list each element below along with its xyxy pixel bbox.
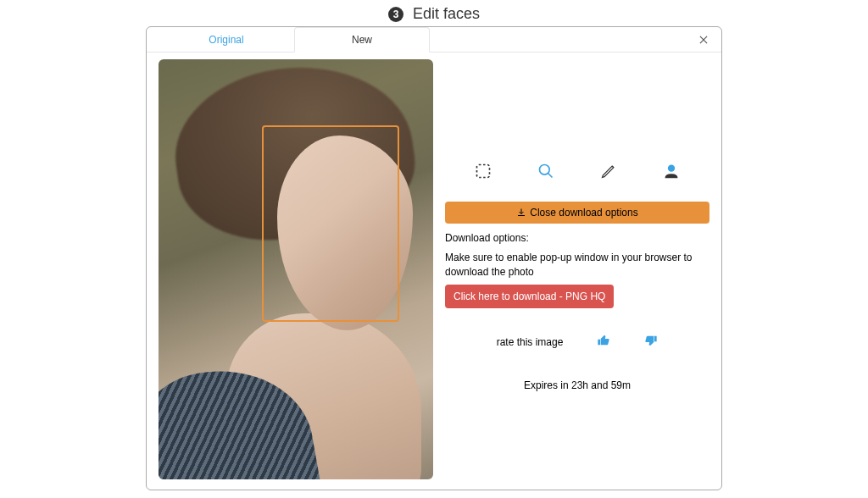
popup-hint: Make sure to enable pop-up window in you… [445, 251, 709, 279]
download-png-button[interactable]: Click here to download - PNG HQ [445, 285, 614, 308]
thumbs-down-icon [644, 334, 658, 347]
page-title: Edit faces [413, 5, 480, 22]
content: Close download options Download options:… [147, 53, 721, 490]
download-icon [516, 208, 526, 218]
svg-point-1 [540, 165, 550, 175]
right-pane: Close download options Download options:… [445, 59, 709, 478]
edit-icon [600, 163, 617, 180]
person-tool[interactable] [661, 161, 682, 181]
select-tool[interactable] [473, 161, 493, 181]
close-download-options-button[interactable]: Close download options [445, 202, 709, 224]
svg-point-3 [668, 165, 675, 172]
tab-original[interactable]: Original [159, 27, 294, 53]
rate-row: rate this image [445, 334, 709, 351]
face-detection-box[interactable] [262, 125, 399, 322]
tab-new[interactable]: New [294, 27, 430, 53]
thumbs-up-button[interactable] [597, 334, 610, 351]
svg-rect-0 [477, 165, 490, 178]
step-badge: 3 [388, 7, 403, 22]
select-icon [475, 163, 492, 180]
download-options-label: Download options: [445, 232, 709, 244]
expires-text: Expires in 23h and 59m [445, 379, 709, 391]
thumbs-down-button[interactable] [644, 334, 658, 351]
zoom-tool[interactable] [536, 161, 556, 181]
modal: Original New [146, 26, 722, 490]
svg-line-2 [548, 174, 553, 178]
thumbs-up-icon [597, 334, 610, 347]
search-icon [537, 163, 554, 180]
close-button[interactable] [698, 34, 713, 49]
toolbar [445, 161, 709, 202]
person-icon [663, 163, 680, 180]
edit-tool[interactable] [598, 161, 619, 181]
close-download-options-label: Close download options [530, 207, 637, 219]
page-header: 3 Edit faces [0, 0, 868, 26]
tabs: Original New [147, 27, 721, 53]
rate-label: rate this image [497, 336, 564, 348]
image-preview [159, 59, 433, 479]
close-icon [698, 34, 709, 46]
